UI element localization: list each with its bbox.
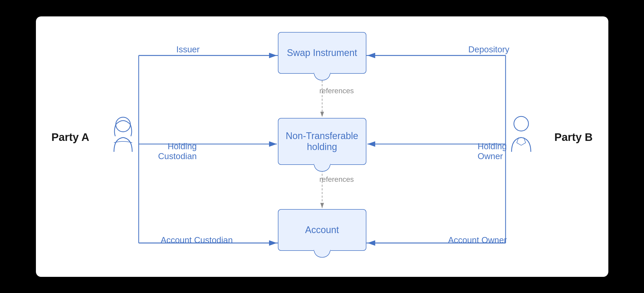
swap-instrument-node: Swap Instrument — [278, 32, 366, 74]
party-b-label: Party B — [554, 131, 592, 144]
account-custodian-label: Account Custodian — [161, 235, 233, 245]
diagram-container: Party A Party B — [36, 16, 608, 277]
holding-label: Non-Transferable holding — [278, 130, 366, 152]
svg-point-17 — [514, 116, 528, 131]
holding-node: Non-Transferable holding — [278, 118, 366, 165]
holding-custodian-label: Holding Custodian — [158, 141, 197, 161]
party-b-icon — [507, 115, 535, 149]
account-owner-label: Account Owner — [448, 235, 507, 245]
swap-instrument-label: Swap Instrument — [287, 47, 357, 58]
holding-owner-label: Holding Owner — [478, 141, 507, 161]
party-a-icon — [109, 115, 137, 149]
references-top-label: references — [320, 87, 354, 95]
account-label: Account — [305, 225, 339, 235]
account-node: Account — [278, 209, 366, 251]
party-a-label: Party A — [52, 131, 90, 144]
issuer-label: Issuer — [176, 45, 200, 54]
depository-label: Depository — [468, 45, 509, 54]
references-bottom-label: references — [320, 175, 354, 184]
